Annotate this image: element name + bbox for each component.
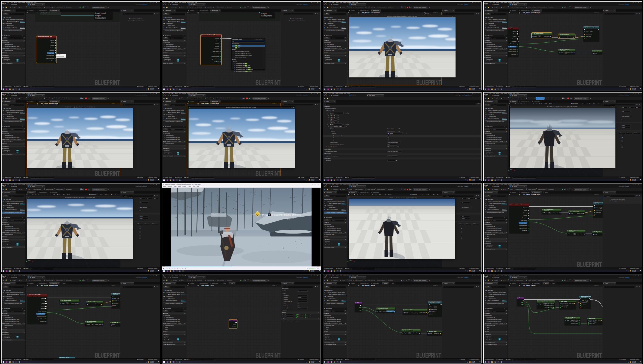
- svg-text:to equip the Blades of Chaos.: to equip the Blades of Chaos.: [272, 214, 301, 216]
- svg-text:Press: Press: [262, 214, 268, 216]
- svg-text:◇◇: ◇◇: [287, 218, 290, 220]
- svg-text:✚: ✚: [268, 214, 270, 216]
